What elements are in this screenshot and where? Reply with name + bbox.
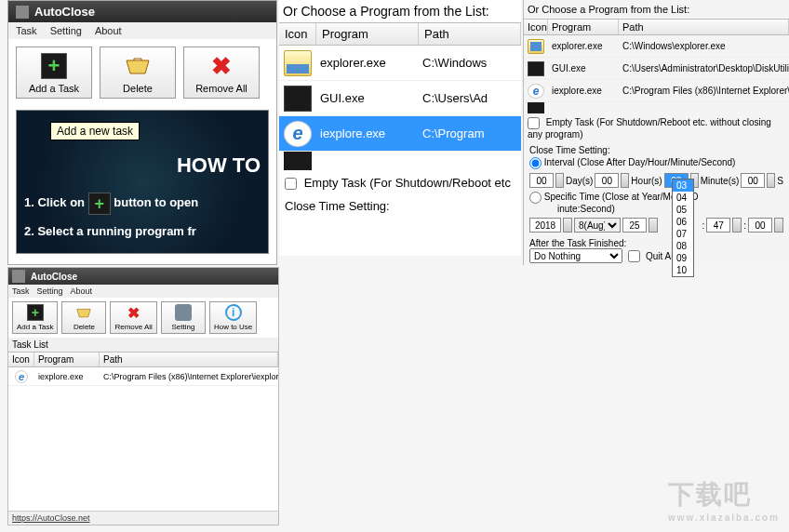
remove-all-button[interactable]: ✖ Remove All: [110, 301, 156, 334]
spinner[interactable]: [555, 173, 564, 188]
col-icon[interactable]: Icon: [279, 23, 316, 45]
dropdown-item[interactable]: 06: [673, 216, 693, 228]
remove-all-label: Remove All: [114, 323, 152, 331]
menu-about[interactable]: About: [95, 25, 122, 36]
prog-name: iexplore.exe: [316, 126, 419, 140]
empty-task-checkbox[interactable]: [528, 117, 540, 129]
ie-icon: [15, 370, 28, 383]
x-icon: ✖: [126, 304, 142, 321]
program-table-header: Icon Program Path: [279, 22, 521, 46]
prog-name: GUI.exe: [316, 91, 419, 105]
tsec-input[interactable]: [748, 218, 772, 233]
day-input[interactable]: [529, 173, 554, 188]
hour-label: Hour(s): [631, 176, 662, 186]
col-program[interactable]: Program: [548, 20, 619, 34]
minute-dropdown[interactable]: 03 04 05 06 07 08 09 10: [672, 179, 694, 277]
add-task-label: Add a Task: [29, 83, 79, 94]
spinner[interactable]: [767, 173, 775, 188]
howto-step1-b: button to open: [114, 195, 198, 209]
add-task-button[interactable]: Add a Task: [12, 301, 58, 334]
hour-input[interactable]: [595, 173, 619, 188]
menu-task[interactable]: Task: [12, 286, 30, 296]
add-task-tooltip: Add a new task: [50, 122, 140, 140]
dropdown-item[interactable]: 07: [673, 228, 693, 240]
spinner[interactable]: [621, 173, 629, 188]
quit-checkbox[interactable]: [628, 250, 640, 262]
gear-icon: [175, 304, 192, 321]
prog-path: C:\Program Files (x86)\Internet Explorer…: [100, 372, 278, 381]
menu-about[interactable]: About: [71, 286, 93, 296]
setting-button[interactable]: Setting: [161, 301, 206, 334]
toolbar: Add a Task Delete ✖ Remove All Setting i…: [8, 298, 278, 338]
x-icon: ✖: [208, 53, 234, 79]
spinner[interactable]: [649, 218, 658, 233]
program-list-small: Or Choose a Program from the List: Icon …: [523, 0, 789, 265]
specific-radio[interactable]: [529, 192, 542, 204]
watermark-sub: www.xiazaiba.com: [668, 512, 780, 523]
empty-task-label: Empty Task (For Shutdown/Reboot etc. wit…: [528, 117, 771, 140]
table-row[interactable]: iexplore.exe C:\Program Files (x86)\Inte…: [524, 80, 789, 102]
second-input[interactable]: [741, 173, 765, 188]
add-task-button[interactable]: Add a Task: [16, 47, 92, 99]
app-icon: [12, 270, 25, 283]
dropdown-item[interactable]: 03: [673, 180, 693, 192]
program-table-header-sm: Icon Program Path: [524, 19, 789, 35]
empty-task-checkbox[interactable]: [285, 178, 297, 190]
col-path[interactable]: Path: [419, 23, 521, 45]
menu-setting[interactable]: Setting: [37, 286, 63, 296]
month-select[interactable]: 8(Aug): [574, 218, 621, 233]
dom-input[interactable]: [622, 218, 647, 233]
partial-row: [284, 152, 312, 170]
table-row[interactable]: iexplore.exe C:\Program Files (x86)\Inte…: [8, 367, 278, 386]
remove-all-button[interactable]: ✖ Remove All: [183, 47, 260, 99]
interval-radio[interactable]: [529, 157, 542, 169]
howto-panel: Add a new task HOW TO 1. Click on button…: [16, 110, 269, 254]
menu-task[interactable]: Task: [16, 25, 37, 36]
table-row[interactable]: explorer.exe C:\Windows\explorer.exe: [524, 35, 789, 58]
prog-name: explorer.exe: [548, 41, 619, 51]
gui-icon: [528, 61, 544, 76]
statusbar-link[interactable]: https://AutoClose.net: [8, 511, 278, 525]
after-task-select[interactable]: Do Nothing: [529, 248, 622, 263]
col-icon[interactable]: Icon: [8, 352, 34, 366]
remove-all-label: Remove All: [195, 83, 247, 94]
table-row-selected[interactable]: iexplore.exe C:\Program: [279, 116, 521, 152]
year-input[interactable]: [529, 218, 561, 233]
dropdown-item[interactable]: 09: [673, 252, 693, 264]
tmin-input[interactable]: [706, 218, 730, 233]
specific-suffix: inute:Second): [557, 204, 615, 214]
table-row[interactable]: GUI.exe C:\Users\Administrator\Desktop\D…: [524, 58, 789, 80]
delete-button[interactable]: Delete: [61, 301, 106, 334]
prog-path: C:\Program Files (x86)\Internet Explorer…: [619, 86, 789, 96]
setting-label: Setting: [171, 323, 194, 331]
delete-icon: [125, 53, 151, 79]
dropdown-item[interactable]: 08: [673, 240, 693, 252]
app-title: AutoClose: [34, 5, 95, 19]
table-row[interactable]: explorer.exe C:\Windows: [279, 46, 521, 81]
delete-button[interactable]: Delete: [100, 47, 176, 99]
dropdown-item[interactable]: 10: [673, 264, 693, 276]
spinner[interactable]: [774, 218, 783, 233]
plus-icon: [27, 304, 44, 321]
partial-row: [528, 102, 544, 113]
col-path[interactable]: Path: [619, 20, 789, 34]
app-icon: [16, 6, 29, 19]
spinner[interactable]: [732, 218, 742, 233]
delete-label: Delete: [123, 83, 153, 94]
tasklist-body: iexplore.exe C:\Program Files (x86)\Inte…: [8, 367, 278, 521]
watermark-text: 下载吧: [668, 480, 752, 509]
col-program[interactable]: Program: [34, 352, 100, 366]
howto-button[interactable]: i How to Use: [209, 301, 257, 334]
second-label: S: [777, 176, 783, 186]
col-path[interactable]: Path: [100, 352, 278, 366]
col-icon[interactable]: Icon: [524, 20, 548, 34]
help-icon: i: [225, 304, 242, 321]
table-row[interactable]: GUI.exe C:\Users\Ad: [279, 81, 521, 116]
menubar: Task Setting About: [8, 285, 278, 298]
spinner[interactable]: [563, 218, 572, 233]
dropdown-item[interactable]: 04: [673, 192, 693, 204]
prog-path: C:\Program: [419, 126, 521, 140]
dropdown-item[interactable]: 05: [673, 204, 693, 216]
col-program[interactable]: Program: [316, 23, 419, 45]
menu-setting[interactable]: Setting: [50, 25, 82, 36]
